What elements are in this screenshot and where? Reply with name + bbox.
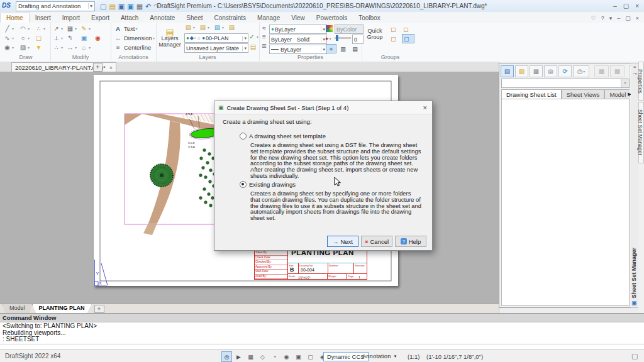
new-sheet-set-icon[interactable]: ▤ [501, 65, 514, 77]
help-button[interactable]: ?Help [395, 236, 426, 247]
new-file-icon[interactable]: ▢ [100, 2, 106, 11]
linecolor-icon[interactable]: ≈ [260, 25, 268, 31]
restore-icon[interactable]: ▢ [623, 3, 629, 9]
new-document-button[interactable]: + [93, 63, 103, 72]
line-style-combo[interactable]: ByLayer Solid ▾ [269, 35, 327, 44]
radio-existing-drawings[interactable] [240, 181, 247, 188]
match-properties-icon[interactable]: ≡ [326, 44, 336, 53]
tab-insert[interactable]: Insert [30, 13, 57, 23]
group-edit-icon[interactable]: ◻ [389, 34, 402, 43]
ortho-toggle-icon[interactable]: ◔ [269, 351, 280, 362]
workspace-selector[interactable]: Drafting and Annotation ▾ [16, 1, 95, 11]
tab-export[interactable]: Export [86, 13, 115, 23]
refresh-icon[interactable]: ⟳ [558, 65, 572, 77]
point-tool-icon[interactable]: ∴ [35, 24, 50, 33]
transparency-flag-icon[interactable]: ▸ [326, 35, 331, 41]
tab-model-views[interactable]: Model Views [604, 89, 630, 99]
help-icon[interactable]: ? [601, 15, 604, 21]
pointer-toggle-icon[interactable]: ▶ [233, 351, 244, 362]
close-icon[interactable]: × [423, 104, 427, 111]
layer-tool-icon[interactable]: ▤ [199, 24, 209, 31]
tab-view[interactable]: View [286, 13, 311, 23]
tab-home[interactable]: Home [0, 13, 30, 23]
tab-drawing-sheet-list[interactable]: Drawing Sheet List [501, 89, 562, 99]
preview-icon[interactable]: ◎ [544, 65, 557, 77]
sheet-list-area[interactable] [501, 99, 630, 306]
color-wheel-icon[interactable] [326, 25, 333, 32]
cancel-button[interactable]: ×Cancel [361, 236, 392, 247]
dynamic-ccs-button[interactable]: Dynamic CCS [323, 352, 369, 361]
polar-toggle-icon[interactable]: ◉ [281, 351, 292, 362]
open-sheet-set-icon[interactable]: ▧ [515, 65, 528, 77]
image-icon[interactable]: ▦ [530, 65, 543, 77]
annotation-scale-selector[interactable]: Annotation ▼ [362, 353, 397, 359]
group-create-icon[interactable]: ◻ [389, 25, 402, 34]
ellipse-tool-icon[interactable]: ○ [19, 33, 35, 43]
group-toggle-icon[interactable]: ◻ [402, 34, 414, 43]
chevron-down-icon[interactable]: ▾ [609, 15, 613, 21]
radio-template-label[interactable]: A drawing sheet set template [249, 133, 326, 140]
stretch-tool-icon[interactable]: ∴ [52, 43, 66, 52]
scale-tool-icon[interactable]: ▣ [80, 33, 94, 43]
properties-panel-icon[interactable]: ▥ [338, 44, 348, 53]
tab-constraints[interactable]: Constraints [209, 13, 252, 23]
tab-attach[interactable]: Attach [115, 13, 144, 23]
polygon-tool-icon[interactable]: ▼ [35, 43, 50, 52]
dimension-tool[interactable]: ↔ Dimension [111, 33, 156, 43]
tab-properties-panel[interactable]: Properties [638, 62, 644, 101]
erase-tool-icon[interactable]: ✎ [80, 24, 94, 33]
layer-tool-icon[interactable]: ▤ [228, 24, 236, 31]
mirror-tool-icon[interactable]: ↰ [66, 33, 80, 43]
favorites-icon[interactable]: ♡ [591, 15, 596, 21]
pattern-tool-icon[interactable]: ▦ [66, 24, 80, 33]
minimize-icon[interactable]: – [613, 3, 617, 9]
circle-tool-icon[interactable]: ◉ [3, 43, 19, 52]
explode-tool-icon[interactable]: ⌂ [80, 43, 94, 52]
radio-existing-label[interactable]: Existing drawings [249, 181, 296, 188]
move-tool-icon[interactable]: ↗ [52, 24, 66, 33]
close-icon[interactable]: × [635, 3, 639, 9]
layer-tool-icon[interactable]: ▤ [184, 24, 195, 31]
command-window-header[interactable]: Command Window [0, 314, 644, 322]
tab-import[interactable]: Import [57, 13, 86, 23]
spline-tool-icon[interactable]: ∿ [3, 33, 19, 43]
doc-close-icon[interactable]: × [636, 15, 639, 21]
arc-tool-icon[interactable]: ◠ [19, 24, 35, 33]
tab-sheet-views[interactable]: Sheet Views [562, 89, 605, 99]
doc-minimize-icon[interactable]: – [617, 15, 620, 21]
transparency-slider[interactable] [335, 37, 351, 39]
tab-sheet[interactable]: Sheet [180, 13, 208, 23]
quick-group-button[interactable]: Quick Group [364, 28, 386, 40]
tab-planting-plan[interactable]: PLANTING PLAN [32, 304, 92, 314]
esnap-toggle-icon[interactable]: ◎ [221, 351, 232, 362]
layer-previous-icon[interactable]: ▤ [249, 43, 257, 50]
line-tool-icon[interactable]: ╱ [3, 24, 19, 33]
trim-tool-icon[interactable]: ⊥ [52, 33, 66, 43]
tab-model[interactable]: Model [3, 304, 32, 314]
save-icon[interactable]: ▣ [118, 2, 125, 11]
print-icon[interactable]: ▦ [136, 2, 143, 11]
layer-tool-icon[interactable]: ▤ [213, 24, 224, 31]
close-icon[interactable]: × [109, 65, 113, 71]
save-all-icon[interactable]: ▣ [127, 2, 133, 11]
undo-icon[interactable]: ↶ [145, 2, 151, 11]
radio-template[interactable] [240, 133, 247, 140]
quick-properties-icon[interactable]: ▤ [350, 44, 360, 53]
centerline-tool[interactable]: ≡ Centerline [111, 43, 156, 52]
linestyle-icon[interactable]: ≡ [260, 33, 268, 40]
snap-toggle-icon[interactable]: ◇ [257, 351, 268, 362]
doc-restore-icon[interactable]: ▢ [625, 15, 631, 21]
active-layer-combo[interactable]: ● ◆ ▪ ☼ ● 00-PLAN ▾ [184, 33, 248, 43]
line-weight-combo[interactable]: ByLayer ▾ [269, 45, 327, 54]
document-icon[interactable]: ▢ [631, 352, 638, 360]
offset-tool-icon[interactable]: ↔ [66, 43, 80, 52]
group-delete-icon[interactable]: ◻ [402, 25, 414, 34]
tab-annotate[interactable]: Annotate [144, 13, 180, 23]
rectangle-tool-icon[interactable]: ▢ [35, 33, 50, 43]
line-color-combo[interactable]: ● ByLayer ▾ [269, 25, 327, 34]
tab-toolbox[interactable]: Toolbox [353, 13, 386, 23]
layer-check-icon[interactable]: ✓ [248, 33, 258, 40]
lineweight-icon[interactable]: ≣ [260, 42, 268, 49]
etrack-toggle-icon[interactable]: ▣ [293, 351, 304, 362]
tab-sheet-set-manager-panel[interactable]: Sheet Set Manager [638, 102, 644, 163]
